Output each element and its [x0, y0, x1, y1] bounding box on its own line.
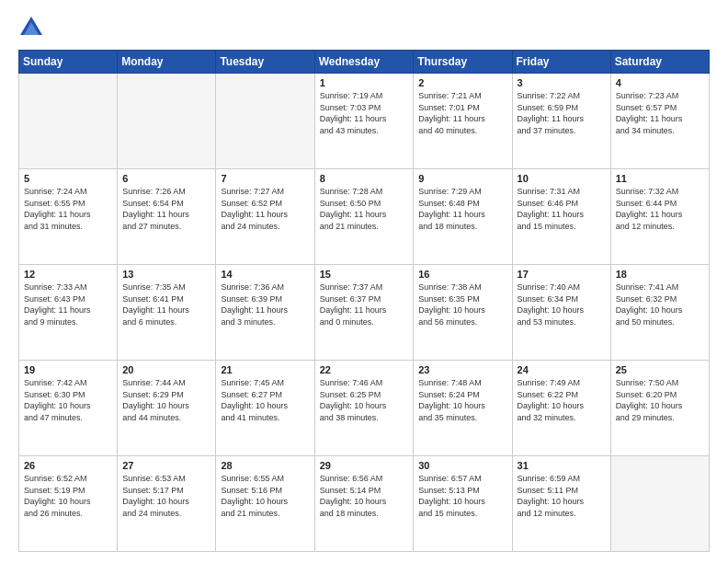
day-number: 29	[320, 460, 409, 471]
weekday-header-tuesday: Tuesday	[216, 51, 314, 74]
day-number: 14	[221, 269, 309, 280]
day-number: 19	[24, 364, 112, 375]
day-number: 30	[418, 460, 506, 471]
calendar-cell: 9Sunrise: 7:29 AM Sunset: 6:48 PM Daylig…	[414, 169, 512, 265]
calendar-cell: 11Sunrise: 7:32 AM Sunset: 6:44 PM Dayli…	[610, 169, 709, 265]
day-detail: Sunrise: 7:35 AM Sunset: 6:41 PM Dayligh…	[122, 282, 210, 327]
week-row-4: 19Sunrise: 7:42 AM Sunset: 6:30 PM Dayli…	[19, 361, 710, 456]
calendar-cell: 15Sunrise: 7:37 AM Sunset: 6:37 PM Dayli…	[314, 265, 414, 361]
week-row-5: 26Sunrise: 6:52 AM Sunset: 5:19 PM Dayli…	[19, 456, 710, 552]
weekday-header-thursday: Thursday	[414, 51, 512, 74]
header	[18, 15, 710, 40]
week-row-1: 1Sunrise: 7:19 AM Sunset: 7:03 PM Daylig…	[19, 74, 710, 169]
calendar-cell: 31Sunrise: 6:59 AM Sunset: 5:11 PM Dayli…	[512, 456, 610, 552]
day-number: 9	[418, 173, 506, 184]
day-number: 13	[122, 269, 210, 280]
day-detail: Sunrise: 7:24 AM Sunset: 6:55 PM Dayligh…	[24, 186, 112, 232]
page: SundayMondayTuesdayWednesdayThursdayFrid…	[0, 0, 728, 563]
day-detail: Sunrise: 7:29 AM Sunset: 6:48 PM Dayligh…	[418, 186, 506, 232]
day-detail: Sunrise: 6:55 AM Sunset: 5:16 PM Dayligh…	[221, 473, 309, 519]
calendar-cell: 10Sunrise: 7:31 AM Sunset: 6:46 PM Dayli…	[512, 169, 610, 265]
day-detail: Sunrise: 7:33 AM Sunset: 6:43 PM Dayligh…	[24, 282, 112, 327]
day-detail: Sunrise: 6:57 AM Sunset: 5:13 PM Dayligh…	[418, 473, 506, 519]
day-number: 5	[24, 173, 112, 184]
calendar-cell: 20Sunrise: 7:44 AM Sunset: 6:29 PM Dayli…	[118, 361, 216, 456]
day-detail: Sunrise: 7:27 AM Sunset: 6:52 PM Dayligh…	[221, 186, 309, 232]
day-detail: Sunrise: 7:22 AM Sunset: 6:59 PM Dayligh…	[518, 90, 606, 136]
day-number: 4	[616, 77, 704, 88]
weekday-header-saturday: Saturday	[610, 51, 709, 74]
calendar-cell: 13Sunrise: 7:35 AM Sunset: 6:41 PM Dayli…	[118, 265, 216, 361]
calendar-cell: 1Sunrise: 7:19 AM Sunset: 7:03 PM Daylig…	[314, 74, 414, 169]
day-number: 18	[616, 269, 704, 280]
day-number: 17	[518, 269, 606, 280]
weekday-header-wednesday: Wednesday	[314, 51, 414, 74]
calendar-cell	[118, 74, 216, 169]
day-number: 28	[221, 460, 309, 471]
calendar-cell: 25Sunrise: 7:50 AM Sunset: 6:20 PM Dayli…	[610, 361, 709, 456]
week-row-2: 5Sunrise: 7:24 AM Sunset: 6:55 PM Daylig…	[19, 169, 710, 265]
calendar-cell: 23Sunrise: 7:48 AM Sunset: 6:24 PM Dayli…	[414, 361, 512, 456]
calendar-cell: 27Sunrise: 6:53 AM Sunset: 5:17 PM Dayli…	[118, 456, 216, 552]
day-detail: Sunrise: 7:21 AM Sunset: 7:01 PM Dayligh…	[418, 90, 506, 136]
day-detail: Sunrise: 7:28 AM Sunset: 6:50 PM Dayligh…	[320, 186, 409, 232]
day-detail: Sunrise: 7:44 AM Sunset: 6:29 PM Dayligh…	[122, 377, 210, 423]
day-detail: Sunrise: 6:56 AM Sunset: 5:14 PM Dayligh…	[320, 473, 409, 519]
day-detail: Sunrise: 6:53 AM Sunset: 5:17 PM Dayligh…	[122, 473, 210, 519]
day-number: 21	[221, 364, 309, 375]
day-number: 8	[320, 173, 409, 184]
day-detail: Sunrise: 7:41 AM Sunset: 6:32 PM Dayligh…	[616, 282, 704, 327]
calendar-cell	[610, 456, 709, 552]
day-detail: Sunrise: 7:23 AM Sunset: 6:57 PM Dayligh…	[616, 90, 704, 136]
day-detail: Sunrise: 7:37 AM Sunset: 6:37 PM Dayligh…	[320, 282, 409, 327]
calendar-cell: 8Sunrise: 7:28 AM Sunset: 6:50 PM Daylig…	[314, 169, 414, 265]
week-row-3: 12Sunrise: 7:33 AM Sunset: 6:43 PM Dayli…	[19, 265, 710, 361]
calendar: SundayMondayTuesdayWednesdayThursdayFrid…	[18, 50, 710, 552]
day-detail: Sunrise: 6:52 AM Sunset: 5:19 PM Dayligh…	[24, 473, 112, 519]
day-number: 24	[518, 364, 606, 375]
calendar-cell: 3Sunrise: 7:22 AM Sunset: 6:59 PM Daylig…	[512, 74, 610, 169]
calendar-cell: 21Sunrise: 7:45 AM Sunset: 6:27 PM Dayli…	[216, 361, 314, 456]
day-detail: Sunrise: 7:45 AM Sunset: 6:27 PM Dayligh…	[221, 377, 309, 423]
day-number: 15	[320, 269, 409, 280]
logo	[18, 15, 48, 40]
calendar-cell: 5Sunrise: 7:24 AM Sunset: 6:55 PM Daylig…	[19, 169, 118, 265]
day-detail: Sunrise: 7:19 AM Sunset: 7:03 PM Dayligh…	[320, 90, 409, 136]
day-number: 1	[320, 77, 409, 88]
calendar-cell: 29Sunrise: 6:56 AM Sunset: 5:14 PM Dayli…	[314, 456, 414, 552]
day-number: 6	[122, 173, 210, 184]
weekday-header-sunday: Sunday	[19, 51, 118, 74]
day-number: 10	[518, 173, 606, 184]
day-number: 31	[518, 460, 606, 471]
day-number: 11	[616, 173, 704, 184]
weekday-header-monday: Monday	[118, 51, 216, 74]
calendar-cell: 26Sunrise: 6:52 AM Sunset: 5:19 PM Dayli…	[19, 456, 118, 552]
day-detail: Sunrise: 7:38 AM Sunset: 6:35 PM Dayligh…	[418, 282, 506, 327]
calendar-cell	[216, 74, 314, 169]
day-number: 27	[122, 460, 210, 471]
calendar-cell: 22Sunrise: 7:46 AM Sunset: 6:25 PM Dayli…	[314, 361, 414, 456]
day-detail: Sunrise: 7:31 AM Sunset: 6:46 PM Dayligh…	[518, 186, 606, 232]
day-number: 23	[418, 364, 506, 375]
day-detail: Sunrise: 7:36 AM Sunset: 6:39 PM Dayligh…	[221, 282, 309, 327]
day-number: 7	[221, 173, 309, 184]
day-detail: Sunrise: 7:40 AM Sunset: 6:34 PM Dayligh…	[518, 282, 606, 327]
day-detail: Sunrise: 7:32 AM Sunset: 6:44 PM Dayligh…	[616, 186, 704, 232]
day-detail: Sunrise: 6:59 AM Sunset: 5:11 PM Dayligh…	[518, 473, 606, 519]
day-number: 2	[418, 77, 506, 88]
calendar-cell: 4Sunrise: 7:23 AM Sunset: 6:57 PM Daylig…	[610, 74, 709, 169]
day-number: 22	[320, 364, 409, 375]
calendar-cell: 2Sunrise: 7:21 AM Sunset: 7:01 PM Daylig…	[414, 74, 512, 169]
day-detail: Sunrise: 7:42 AM Sunset: 6:30 PM Dayligh…	[24, 377, 112, 423]
logo-icon	[18, 15, 44, 40]
calendar-cell: 16Sunrise: 7:38 AM Sunset: 6:35 PM Dayli…	[414, 265, 512, 361]
day-detail: Sunrise: 7:48 AM Sunset: 6:24 PM Dayligh…	[418, 377, 506, 423]
day-detail: Sunrise: 7:50 AM Sunset: 6:20 PM Dayligh…	[616, 377, 704, 423]
calendar-cell: 24Sunrise: 7:49 AM Sunset: 6:22 PM Dayli…	[512, 361, 610, 456]
day-detail: Sunrise: 7:46 AM Sunset: 6:25 PM Dayligh…	[320, 377, 409, 423]
calendar-cell	[19, 74, 118, 169]
day-detail: Sunrise: 7:26 AM Sunset: 6:54 PM Dayligh…	[122, 186, 210, 232]
calendar-cell: 28Sunrise: 6:55 AM Sunset: 5:16 PM Dayli…	[216, 456, 314, 552]
calendar-cell: 12Sunrise: 7:33 AM Sunset: 6:43 PM Dayli…	[19, 265, 118, 361]
day-number: 25	[616, 364, 704, 375]
